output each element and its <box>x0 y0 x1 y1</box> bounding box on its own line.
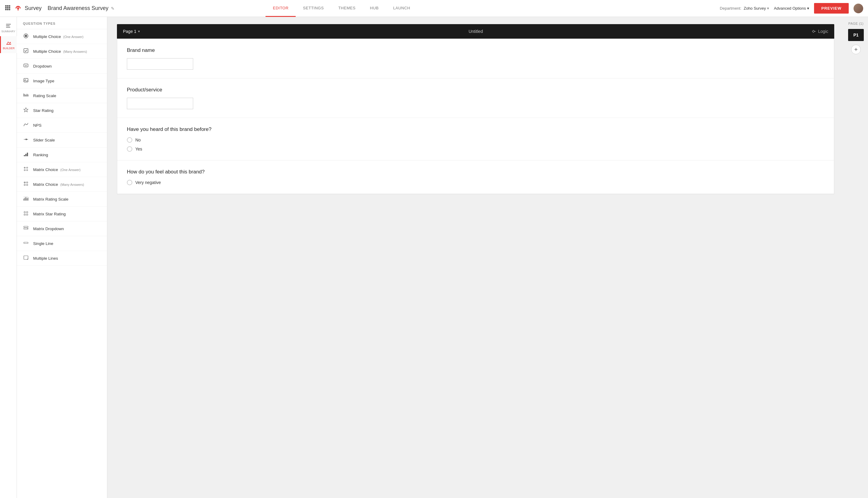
svg-rect-42 <box>25 198 25 200</box>
sidebar-item-ranking[interactable]: Ranking <box>17 147 107 162</box>
svg-rect-40 <box>27 184 28 185</box>
page-dropdown[interactable]: Page 1 ▾ <box>123 29 140 34</box>
question-3-block: Have you heard of this brand before? No … <box>117 118 834 160</box>
department-name: Zoho Survey <box>744 6 766 11</box>
svg-rect-31 <box>27 153 28 156</box>
svg-point-33 <box>24 167 25 168</box>
svg-rect-6 <box>5 9 6 10</box>
preview-button[interactable]: PREVIEW <box>814 3 849 14</box>
sidebar-item-builder[interactable]: BUILDER <box>0 36 17 53</box>
page-untitled: Untitled <box>469 29 483 34</box>
sidebar-item-matrix-choice-one[interactable]: Matrix Choice (One Answer) <box>17 162 107 177</box>
svg-rect-25 <box>28 94 28 96</box>
image-icon <box>23 78 29 84</box>
svg-rect-51 <box>24 256 28 259</box>
matrix-dropdown-label: Matrix Dropdown <box>33 226 64 231</box>
page-header-bar: Page 1 ▾ Untitled Logic <box>117 24 834 39</box>
builder-label: BUILDER <box>3 47 14 50</box>
logic-button[interactable]: Logic <box>812 29 828 34</box>
list-item[interactable]: No <box>127 137 824 143</box>
sidebar-item-summary[interactable]: SUMMARY <box>0 19 17 36</box>
svg-rect-18 <box>24 64 28 67</box>
sidebar-item-nps[interactable]: NPS <box>17 118 107 133</box>
question-4-text: How do you feel about this brand? <box>127 169 824 175</box>
svg-rect-13 <box>6 27 10 28</box>
svg-rect-12 <box>6 25 10 26</box>
svg-rect-0 <box>5 5 6 6</box>
sidebar-item-image-type[interactable]: Image Type <box>17 74 107 88</box>
matrix-star-rating-label: Matrix Star Rating <box>33 212 66 216</box>
radio-very-negative[interactable] <box>127 180 132 185</box>
slider-icon <box>23 136 29 143</box>
app-logo: Survey <box>14 4 42 13</box>
tab-launch[interactable]: LAUNCH <box>386 0 417 17</box>
option-no-label: No <box>135 137 141 142</box>
tab-settings[interactable]: SETTINGS <box>296 0 331 17</box>
question-2-input[interactable] <box>127 98 193 109</box>
sidebar-item-single-line[interactable]: Single Line <box>17 236 107 251</box>
svg-rect-14 <box>6 44 11 45</box>
edit-title-icon[interactable]: ✎ <box>111 6 114 11</box>
svg-rect-22 <box>25 94 25 96</box>
option-very-negative-label: Very negative <box>135 180 161 185</box>
svg-point-16 <box>25 35 27 37</box>
list-item[interactable]: Very negative <box>127 180 824 185</box>
svg-rect-48 <box>24 226 28 227</box>
radio-yes[interactable] <box>127 146 132 152</box>
question-1-input[interactable] <box>127 58 193 70</box>
add-page-button[interactable]: + <box>851 45 861 54</box>
advanced-options-button[interactable]: Advanced Options ▾ <box>774 6 809 11</box>
page-1-thumbnail[interactable]: P1 <box>848 29 864 41</box>
sidebar-item-star-rating[interactable]: Star Rating <box>17 103 107 118</box>
matrix-choice-one-icon <box>23 166 29 173</box>
multiple-lines-icon <box>23 255 29 262</box>
tab-editor[interactable]: EDITOR <box>266 0 296 17</box>
matrix-rating-scale-label: Matrix Rating Scale <box>33 197 68 201</box>
svg-point-27 <box>26 139 27 140</box>
radio-icon <box>23 33 29 40</box>
sidebar-item-matrix-rating-scale[interactable]: Matrix Rating Scale <box>17 192 107 207</box>
nav-right: Department: Zoho Survey ▾ Advanced Optio… <box>720 3 863 14</box>
checkbox-icon <box>23 48 29 55</box>
sidebar-item-matrix-star-rating[interactable]: Matrix Star Rating <box>17 207 107 221</box>
survey-card: Brand name Product/service Have you hear… <box>117 39 834 194</box>
sidebar-item-dropdown[interactable]: Dropdown <box>17 59 107 74</box>
single-line-icon <box>23 240 29 247</box>
question-3-text: Have you heard of this brand before? <box>127 127 824 132</box>
svg-rect-4 <box>7 7 9 9</box>
top-nav: Survey Brand Awareness Survey ✎ EDITOR S… <box>0 0 868 17</box>
svg-rect-38 <box>27 182 28 183</box>
nps-label: NPS <box>33 123 42 128</box>
user-avatar[interactable] <box>854 4 863 13</box>
radio-no[interactable] <box>127 137 132 143</box>
tab-themes[interactable]: THEMES <box>331 0 363 17</box>
sidebar-item-multiple-lines[interactable]: Multiple Lines <box>17 251 107 266</box>
star-icon <box>23 107 29 114</box>
ranking-label: Ranking <box>33 153 48 157</box>
question-4-block: How do you feel about this brand? Very n… <box>117 160 834 194</box>
sidebar-item-matrix-choice-many[interactable]: Matrix Choice (Many Answers) <box>17 177 107 192</box>
grid-icon[interactable] <box>5 5 10 12</box>
svg-rect-29 <box>24 155 25 156</box>
ranking-icon <box>23 152 29 158</box>
matrix-choice-many-icon <box>23 181 29 188</box>
svg-rect-17 <box>24 49 28 53</box>
sidebar-item-multiple-choice-one[interactable]: Multiple Choice (One Answer) <box>17 29 107 44</box>
svg-rect-1 <box>7 5 9 6</box>
multiple-choice-many-label: Multiple Choice (Many Answers) <box>33 49 87 54</box>
svg-point-35 <box>24 170 25 171</box>
list-item[interactable]: Yes <box>127 146 824 152</box>
tab-hub[interactable]: HUB <box>363 0 386 17</box>
sidebar-item-multiple-choice-many[interactable]: Multiple Choice (Many Answers) <box>17 44 107 59</box>
svg-rect-30 <box>25 154 27 156</box>
sidebar-item-rating-scale[interactable]: Rating Scale <box>17 88 107 103</box>
rating-scale-icon <box>23 92 29 99</box>
slider-scale-label: Slider Scale <box>33 138 55 142</box>
sidebar-item-slider-scale[interactable]: Slider Scale <box>17 133 107 147</box>
question-2-text: Product/service <box>127 87 824 93</box>
question-1-text: Brand name <box>127 47 824 53</box>
sidebar-item-matrix-dropdown[interactable]: Matrix Dropdown <box>17 221 107 236</box>
svg-rect-23 <box>26 95 26 96</box>
svg-rect-21 <box>24 93 24 96</box>
svg-rect-45 <box>28 198 28 200</box>
